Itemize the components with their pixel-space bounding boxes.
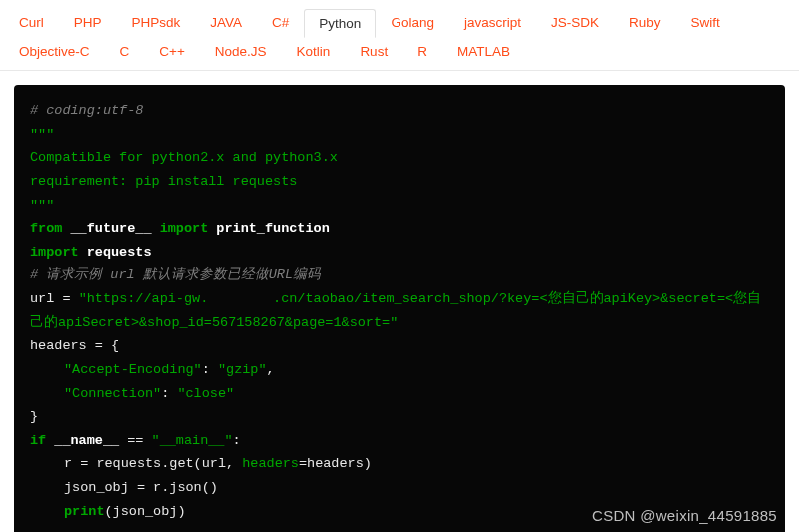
mod-requests: requests xyxy=(87,245,152,260)
var-url: url xyxy=(30,291,54,306)
call-get-a: r = requests.get(url, xyxy=(64,456,242,471)
docstring-line-1: Compatible for python2.x and python3.x xyxy=(30,150,338,165)
docstring-open: """ xyxy=(30,127,54,142)
tab-objc[interactable]: Objective-C xyxy=(4,37,105,66)
comment-coding: # coding:utf-8 xyxy=(30,103,143,118)
kw-import-1: import xyxy=(160,221,209,236)
eq-1: = xyxy=(54,291,78,306)
dunder-name: __name__ xyxy=(54,433,119,448)
tab-ruby[interactable]: Ruby xyxy=(614,8,676,37)
call-json: json_obj = r.json() xyxy=(64,480,218,495)
hdr-key-1: "Accept-Encoding" xyxy=(64,362,202,377)
tab-golang[interactable]: Golang xyxy=(376,8,449,37)
eq-main: == xyxy=(119,433,151,448)
call-get-b: headers xyxy=(242,456,299,471)
tab-csharp[interactable]: C# xyxy=(257,8,304,37)
tab-rust[interactable]: Rust xyxy=(345,37,402,66)
code-block: # coding:utf-8 """ Compatible for python… xyxy=(14,85,785,532)
tab-phpsdk[interactable]: PHPsdk xyxy=(117,8,196,37)
docstring-line-2: requirement: pip install requests xyxy=(30,174,297,189)
mod-future: __future__ xyxy=(71,221,152,236)
url-value: "https://api-gw. .cn/taobao/item_search_… xyxy=(30,291,761,330)
call-print-arg: (json_obj) xyxy=(105,504,186,519)
tab-cpp[interactable]: C++ xyxy=(144,37,200,66)
tab-javascript[interactable]: javascript xyxy=(449,8,536,37)
call-print-fn: print xyxy=(64,504,105,519)
hdr-val-2: "close" xyxy=(177,386,234,401)
tab-kotlin[interactable]: Kotlin xyxy=(282,37,346,66)
tab-jssdk[interactable]: JS-SDK xyxy=(536,8,614,37)
fn-print: print_function xyxy=(216,221,329,236)
hdr-key-2: "Connection" xyxy=(64,386,161,401)
tab-java[interactable]: JAVA xyxy=(195,8,257,37)
var-headers: headers xyxy=(30,338,87,353)
language-tabs: Curl PHP PHPsdk JAVA C# Python Golang ja… xyxy=(0,0,799,71)
tab-php[interactable]: PHP xyxy=(59,8,117,37)
tab-nodejs[interactable]: Node.JS xyxy=(200,37,282,66)
brace-open: = { xyxy=(87,338,119,353)
hdr-val-1: "gzip" xyxy=(218,362,267,377)
kw-import-2: import xyxy=(30,245,79,260)
comment-url: # 请求示例 url 默认请求参数已经做URL编码 xyxy=(30,267,321,282)
tab-curl[interactable]: Curl xyxy=(4,8,59,37)
dunder-main: "__main__" xyxy=(152,433,233,448)
tab-c[interactable]: C xyxy=(105,37,145,66)
watermark: CSDN @weixin_44591885 xyxy=(592,507,777,524)
tab-matlab[interactable]: MATLAB xyxy=(442,37,525,66)
kw-if: if xyxy=(30,433,46,448)
colon: : xyxy=(233,433,241,448)
tab-swift[interactable]: Swift xyxy=(675,8,734,37)
docstring-close: """ xyxy=(30,198,54,213)
tab-python[interactable]: Python xyxy=(304,9,376,38)
brace-close: } xyxy=(30,409,38,424)
call-get-c: =headers) xyxy=(299,456,372,471)
tab-r[interactable]: R xyxy=(402,37,442,66)
kw-from: from xyxy=(30,221,62,236)
